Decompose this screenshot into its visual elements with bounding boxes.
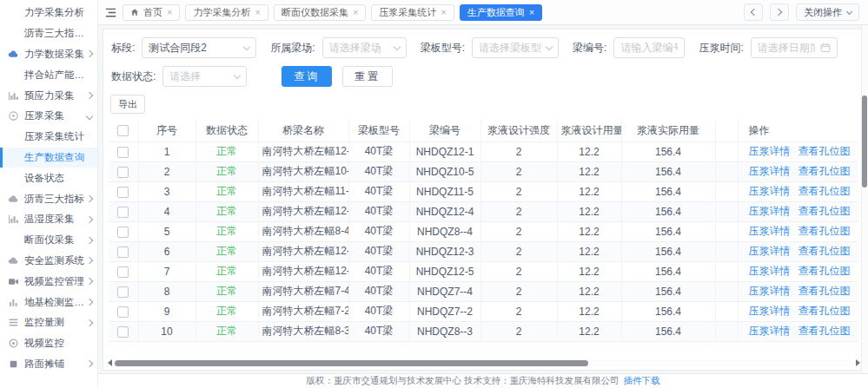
sidebar-item[interactable]: 设备状态	[0, 168, 97, 188]
sidebar-item[interactable]: 压浆采集统计	[0, 127, 97, 148]
grouting-detail-link[interactable]: 压浆详情	[749, 165, 791, 177]
cell-beam-model: 40T梁	[348, 141, 409, 161]
beam-model-label: 梁板型号:	[421, 41, 465, 56]
close-icon[interactable]: ×	[255, 8, 260, 17]
close-icon[interactable]: ×	[167, 8, 172, 17]
tabs-next-button[interactable]	[770, 3, 789, 21]
hole-diagram-link[interactable]: 查看孔位图	[798, 325, 851, 337]
grouting-detail-link[interactable]: 压浆详情	[749, 305, 791, 317]
cell-beam-model: 40T梁	[348, 321, 409, 341]
scroll-left-arrow-icon[interactable]	[105, 358, 114, 367]
chevron-right-icon	[86, 319, 93, 326]
beam-model-select[interactable]: 请选择梁板型号	[472, 37, 559, 58]
row-checkbox[interactable]	[117, 227, 129, 238]
hole-diagram-link[interactable]: 查看孔位图	[798, 205, 851, 217]
tab[interactable]: 首页×	[123, 4, 180, 21]
sidebar-item[interactable]: 地基检测监控平台	[0, 292, 97, 312]
row-checkbox[interactable]	[117, 266, 129, 278]
row-checkbox[interactable]	[117, 167, 129, 178]
table-row: 4正常南河特大桥左幅12-440T梁NHDQZ12-4212.2156.4压浆详…	[109, 201, 858, 221]
copyright-text: 版权：重庆市交通规划与技术发展中心 技术支持：重庆海特科技发展有限公司	[307, 375, 620, 387]
sidebar-item[interactable]: 安全监测系统	[0, 251, 97, 272]
row-checkbox[interactable]	[117, 147, 129, 158]
grouting-detail-link[interactable]: 压浆详情	[749, 265, 791, 277]
column-header: 浆液设计强度	[480, 120, 557, 141]
close-icon[interactable]: ×	[441, 8, 446, 17]
sidebar-item-label: 生产数据查询	[24, 151, 84, 164]
vertical-scroll-thumb[interactable]	[862, 95, 867, 187]
grouting-detail-link[interactable]: 压浆详情	[749, 225, 791, 237]
cell-bridge-name: 南河特大桥左幅10-5	[258, 161, 348, 181]
filter-row-2: 数据状态: 请选择 查询 重置	[111, 66, 855, 87]
export-button[interactable]: 导出	[110, 95, 145, 114]
horizontal-scroll-track[interactable]	[114, 359, 853, 367]
tab[interactable]: 断面仪数据采集×	[274, 4, 366, 21]
sidebar-item[interactable]: 压浆采集	[0, 106, 97, 127]
grouting-detail-link[interactable]: 压浆详情	[749, 245, 791, 257]
grouting-detail-link[interactable]: 压浆详情	[749, 145, 791, 157]
row-checkbox[interactable]	[117, 187, 129, 198]
cell-index: 8	[138, 281, 195, 301]
sidebar-item[interactable]: 生产数据查询	[0, 148, 97, 168]
sidebar-item[interactable]: 断面仪采集	[0, 230, 97, 251]
chevron-left-icon	[751, 9, 758, 16]
tabs-prev-button[interactable]	[744, 3, 763, 21]
hole-diagram-link[interactable]: 查看孔位图	[798, 225, 851, 237]
sidebar-item[interactable]: 路面摊铺	[0, 354, 97, 375]
row-checkbox[interactable]	[117, 306, 129, 318]
grouting-detail-link[interactable]: 压浆详情	[749, 285, 791, 297]
cell-index: 5	[138, 221, 195, 241]
menu-collapse-icon[interactable]	[104, 6, 117, 19]
filter-form: 标段: 测试合同段2 所属梁场: 请选择梁场	[103, 30, 864, 95]
hole-diagram-link[interactable]: 查看孔位图	[798, 265, 851, 277]
grouting-time-placeholder: 请选择日期范围	[758, 41, 815, 56]
horizontal-scroll-thumb[interactable]	[115, 360, 588, 366]
vertical-scrollbar-track[interactable]	[861, 25, 868, 373]
sidebar-item[interactable]: 监控量测	[0, 312, 97, 333]
tab-active[interactable]: 生产数据查询×	[460, 4, 542, 21]
beam-number-input[interactable]: 请输入梁编号	[613, 37, 685, 58]
hole-diagram-link[interactable]: 查看孔位图	[798, 185, 851, 197]
row-checkbox[interactable]	[117, 207, 129, 218]
hole-diagram-link[interactable]: 查看孔位图	[798, 305, 851, 317]
grouting-time-datepicker[interactable]: 请选择日期范围	[751, 37, 838, 58]
sidebar-item[interactable]: 力学数据采集	[0, 44, 97, 65]
grouting-detail-link[interactable]: 压浆详情	[749, 205, 791, 217]
reset-button[interactable]: 重置	[342, 66, 393, 87]
hole-diagram-link[interactable]: 查看孔位图	[798, 245, 851, 257]
row-checkbox[interactable]	[117, 286, 129, 298]
sidebar-item[interactable]: 视频监控	[0, 333, 97, 354]
spacer-cell	[715, 161, 738, 181]
grouting-detail-link[interactable]: 压浆详情	[749, 185, 791, 197]
chevron-down-icon	[86, 113, 93, 120]
sidebar-item[interactable]: 拌合站产能分析	[0, 64, 97, 85]
cell-beam-number: NHDQZ7--4	[409, 281, 480, 301]
beam-yard-select[interactable]: 请选择梁场	[322, 37, 407, 58]
hole-diagram-link[interactable]: 查看孔位图	[798, 145, 851, 157]
tab[interactable]: 压浆采集统计×	[371, 4, 454, 21]
horizontal-scrollbar[interactable]	[105, 358, 862, 368]
hole-diagram-link[interactable]: 查看孔位图	[798, 285, 851, 297]
row-checkbox[interactable]	[117, 326, 129, 338]
sidebar-item[interactable]: 力学采集分析	[0, 3, 97, 23]
plugin-download-link[interactable]: 插件下载	[623, 375, 659, 387]
sidebar-item[interactable]: 沥青三大指标	[0, 188, 97, 209]
row-checkbox[interactable]	[117, 247, 129, 258]
sidebar-item-label: 压浆采集	[24, 109, 64, 122]
sidebar-item[interactable]: 预应力采集	[0, 85, 97, 106]
close-operations-dropdown[interactable]: 关闭操作	[796, 3, 859, 21]
close-icon[interactable]: ×	[529, 8, 534, 17]
filter-group-grouting-time: 压浆时间: 请选择日期范围	[699, 37, 837, 58]
hole-diagram-link[interactable]: 查看孔位图	[798, 165, 851, 177]
grouting-detail-link[interactable]: 压浆详情	[749, 325, 791, 337]
tab-label: 力学采集分析	[193, 6, 250, 19]
tab[interactable]: 力学采集分析×	[185, 4, 268, 21]
query-button[interactable]: 查询	[282, 66, 332, 87]
sidebar-item[interactable]: 温湿度采集	[0, 209, 97, 230]
data-status-select[interactable]: 请选择	[162, 66, 247, 87]
sidebar-item[interactable]: 沥青三大指标分析	[0, 23, 97, 44]
section-select[interactable]: 测试合同段2	[142, 37, 256, 58]
sidebar-item[interactable]: 视频监控管理	[0, 271, 97, 292]
select-all-checkbox[interactable]	[117, 125, 129, 136]
close-icon[interactable]: ×	[353, 8, 358, 17]
